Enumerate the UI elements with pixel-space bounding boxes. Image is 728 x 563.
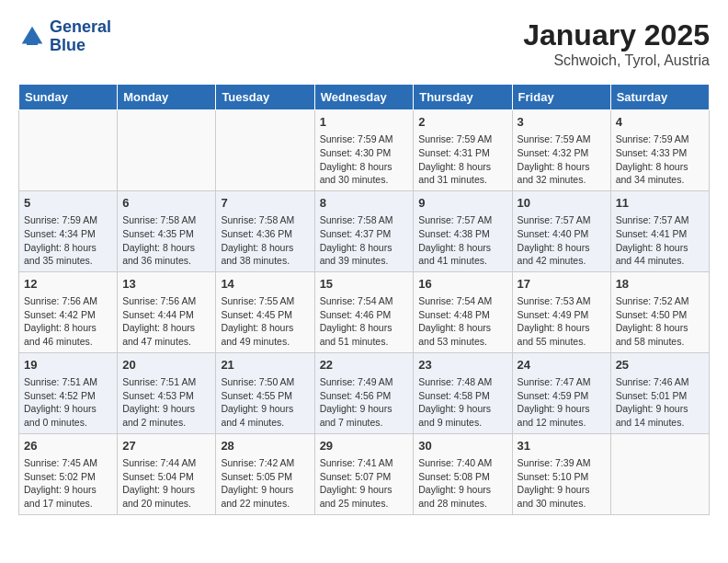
day-content: Sunrise: 7:52 AM Sunset: 4:50 PM Dayligh… xyxy=(616,294,704,349)
day-number: 6 xyxy=(122,195,210,212)
calendar-cell: 1Sunrise: 7:59 AM Sunset: 4:30 PM Daylig… xyxy=(314,110,414,191)
calendar-cell: 19Sunrise: 7:51 AM Sunset: 4:52 PM Dayli… xyxy=(19,352,118,433)
calendar-week-row: 26Sunrise: 7:45 AM Sunset: 5:02 PM Dayli… xyxy=(19,433,710,514)
day-content: Sunrise: 7:56 AM Sunset: 4:44 PM Dayligh… xyxy=(122,294,210,349)
day-content: Sunrise: 7:58 AM Sunset: 4:36 PM Dayligh… xyxy=(221,213,309,268)
day-number: 20 xyxy=(122,357,210,373)
day-content: Sunrise: 7:55 AM Sunset: 4:45 PM Dayligh… xyxy=(221,294,309,349)
day-number: 24 xyxy=(518,357,606,373)
day-number: 3 xyxy=(518,114,606,131)
calendar-cell: 26Sunrise: 7:45 AM Sunset: 5:02 PM Dayli… xyxy=(19,433,118,514)
calendar-cell xyxy=(216,110,314,191)
day-content: Sunrise: 7:56 AM Sunset: 4:42 PM Dayligh… xyxy=(24,294,112,349)
calendar-cell: 6Sunrise: 7:58 AM Sunset: 4:35 PM Daylig… xyxy=(118,190,216,271)
day-content: Sunrise: 7:57 AM Sunset: 4:41 PM Dayligh… xyxy=(616,213,704,268)
day-content: Sunrise: 7:42 AM Sunset: 5:05 PM Dayligh… xyxy=(221,456,309,511)
day-content: Sunrise: 7:51 AM Sunset: 4:53 PM Dayligh… xyxy=(122,375,210,430)
calendar-cell: 7Sunrise: 7:58 AM Sunset: 4:36 PM Daylig… xyxy=(216,190,314,271)
calendar-subtitle: Schwoich, Tyrol, Austria xyxy=(523,52,710,69)
calendar-cell: 8Sunrise: 7:58 AM Sunset: 4:37 PM Daylig… xyxy=(314,190,414,271)
svg-marker-0 xyxy=(22,27,43,44)
calendar-cell: 11Sunrise: 7:57 AM Sunset: 4:41 PM Dayli… xyxy=(610,190,709,271)
day-content: Sunrise: 7:54 AM Sunset: 4:48 PM Dayligh… xyxy=(418,294,506,349)
calendar-cell: 25Sunrise: 7:46 AM Sunset: 5:01 PM Dayli… xyxy=(610,352,709,433)
header-wednesday: Wednesday xyxy=(314,85,414,110)
day-number: 10 xyxy=(518,195,606,212)
day-number: 13 xyxy=(122,276,210,293)
day-number: 17 xyxy=(518,276,606,293)
day-number: 14 xyxy=(221,276,309,293)
calendar-cell: 2Sunrise: 7:59 AM Sunset: 4:31 PM Daylig… xyxy=(414,110,512,191)
calendar-cell: 24Sunrise: 7:47 AM Sunset: 4:59 PM Dayli… xyxy=(512,352,610,433)
calendar-cell xyxy=(610,433,709,514)
day-content: Sunrise: 7:57 AM Sunset: 4:40 PM Dayligh… xyxy=(518,213,606,268)
day-number: 8 xyxy=(320,195,409,212)
day-content: Sunrise: 7:53 AM Sunset: 4:49 PM Dayligh… xyxy=(518,294,606,349)
day-content: Sunrise: 7:50 AM Sunset: 4:55 PM Dayligh… xyxy=(221,375,309,430)
day-content: Sunrise: 7:57 AM Sunset: 4:38 PM Dayligh… xyxy=(418,213,506,268)
header-friday: Friday xyxy=(512,85,610,110)
calendar-cell: 12Sunrise: 7:56 AM Sunset: 4:42 PM Dayli… xyxy=(19,271,118,352)
day-number: 23 xyxy=(418,357,506,373)
day-content: Sunrise: 7:41 AM Sunset: 5:07 PM Dayligh… xyxy=(320,456,409,511)
logo: General Blue xyxy=(18,18,111,55)
day-number: 12 xyxy=(24,276,112,293)
day-content: Sunrise: 7:59 AM Sunset: 4:34 PM Dayligh… xyxy=(24,213,112,268)
logo-text: General Blue xyxy=(50,18,111,55)
calendar-cell: 20Sunrise: 7:51 AM Sunset: 4:53 PM Dayli… xyxy=(118,352,216,433)
day-number: 16 xyxy=(418,276,506,293)
day-content: Sunrise: 7:59 AM Sunset: 4:33 PM Dayligh… xyxy=(616,132,704,187)
day-number: 11 xyxy=(616,195,704,212)
logo-icon xyxy=(18,23,46,51)
day-number: 30 xyxy=(418,438,506,454)
calendar-week-row: 5Sunrise: 7:59 AM Sunset: 4:34 PM Daylig… xyxy=(19,190,710,271)
day-number: 28 xyxy=(221,438,309,454)
calendar-table: SundayMondayTuesdayWednesdayThursdayFrid… xyxy=(18,84,710,515)
calendar-cell: 15Sunrise: 7:54 AM Sunset: 4:46 PM Dayli… xyxy=(314,271,414,352)
calendar-cell: 4Sunrise: 7:59 AM Sunset: 4:33 PM Daylig… xyxy=(610,110,709,191)
day-number: 7 xyxy=(221,195,309,212)
calendar-cell: 27Sunrise: 7:44 AM Sunset: 5:04 PM Dayli… xyxy=(118,433,216,514)
header-saturday: Saturday xyxy=(610,85,709,110)
svg-rect-1 xyxy=(27,42,38,45)
page-header: General Blue January 2025 Schwoich, Tyro… xyxy=(18,18,710,69)
day-content: Sunrise: 7:39 AM Sunset: 5:10 PM Dayligh… xyxy=(518,456,606,511)
day-content: Sunrise: 7:51 AM Sunset: 4:52 PM Dayligh… xyxy=(24,375,112,430)
calendar-cell: 31Sunrise: 7:39 AM Sunset: 5:10 PM Dayli… xyxy=(512,433,610,514)
calendar-cell: 9Sunrise: 7:57 AM Sunset: 4:38 PM Daylig… xyxy=(414,190,512,271)
calendar-week-row: 1Sunrise: 7:59 AM Sunset: 4:30 PM Daylig… xyxy=(19,110,710,191)
day-number: 9 xyxy=(418,195,506,212)
day-content: Sunrise: 7:47 AM Sunset: 4:59 PM Dayligh… xyxy=(518,375,606,430)
calendar-header-row: SundayMondayTuesdayWednesdayThursdayFrid… xyxy=(19,85,710,110)
day-content: Sunrise: 7:59 AM Sunset: 4:30 PM Dayligh… xyxy=(320,132,409,187)
calendar-week-row: 19Sunrise: 7:51 AM Sunset: 4:52 PM Dayli… xyxy=(19,352,710,433)
calendar-cell xyxy=(19,110,118,191)
calendar-cell: 16Sunrise: 7:54 AM Sunset: 4:48 PM Dayli… xyxy=(414,271,512,352)
calendar-cell: 14Sunrise: 7:55 AM Sunset: 4:45 PM Dayli… xyxy=(216,271,314,352)
day-number: 27 xyxy=(122,438,210,454)
calendar-cell: 23Sunrise: 7:48 AM Sunset: 4:58 PM Dayli… xyxy=(414,352,512,433)
day-number: 2 xyxy=(418,114,506,131)
day-content: Sunrise: 7:59 AM Sunset: 4:32 PM Dayligh… xyxy=(518,132,606,187)
calendar-week-row: 12Sunrise: 7:56 AM Sunset: 4:42 PM Dayli… xyxy=(19,271,710,352)
day-content: Sunrise: 7:44 AM Sunset: 5:04 PM Dayligh… xyxy=(122,456,210,511)
day-number: 15 xyxy=(320,276,409,293)
calendar-cell: 28Sunrise: 7:42 AM Sunset: 5:05 PM Dayli… xyxy=(216,433,314,514)
day-number: 19 xyxy=(24,357,112,373)
calendar-cell: 5Sunrise: 7:59 AM Sunset: 4:34 PM Daylig… xyxy=(19,190,118,271)
calendar-cell: 30Sunrise: 7:40 AM Sunset: 5:08 PM Dayli… xyxy=(414,433,512,514)
calendar-cell: 21Sunrise: 7:50 AM Sunset: 4:55 PM Dayli… xyxy=(216,352,314,433)
header-sunday: Sunday xyxy=(19,85,118,110)
calendar-title: January 2025 xyxy=(523,18,710,52)
day-content: Sunrise: 7:54 AM Sunset: 4:46 PM Dayligh… xyxy=(320,294,409,349)
header-tuesday: Tuesday xyxy=(216,85,314,110)
title-block: January 2025 Schwoich, Tyrol, Austria xyxy=(523,18,710,69)
day-content: Sunrise: 7:45 AM Sunset: 5:02 PM Dayligh… xyxy=(24,456,112,511)
day-content: Sunrise: 7:40 AM Sunset: 5:08 PM Dayligh… xyxy=(418,456,506,511)
calendar-cell: 3Sunrise: 7:59 AM Sunset: 4:32 PM Daylig… xyxy=(512,110,610,191)
calendar-cell: 13Sunrise: 7:56 AM Sunset: 4:44 PM Dayli… xyxy=(118,271,216,352)
calendar-cell: 18Sunrise: 7:52 AM Sunset: 4:50 PM Dayli… xyxy=(610,271,709,352)
day-number: 21 xyxy=(221,357,309,373)
day-number: 29 xyxy=(320,438,409,454)
day-content: Sunrise: 7:49 AM Sunset: 4:56 PM Dayligh… xyxy=(320,375,409,430)
